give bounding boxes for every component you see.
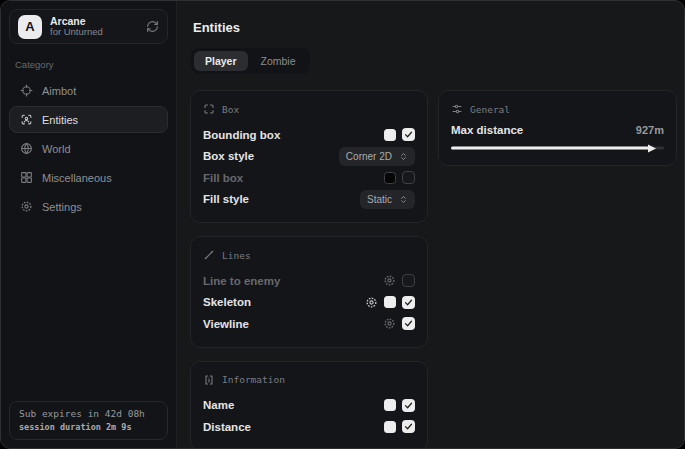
session-duration: session duration 2m 9s	[19, 422, 158, 432]
color-swatch[interactable]	[384, 129, 396, 141]
sliders-icon	[451, 103, 463, 115]
app-logo-card: A Arcane for Unturned	[9, 9, 168, 44]
distance-checkbox[interactable]	[402, 420, 415, 433]
box-style-dropdown[interactable]: Corner 2D	[339, 147, 415, 166]
entity-tabs: Player Zombie	[191, 48, 310, 74]
setting-row-line-to-enemy: Line to enemy	[203, 270, 415, 292]
color-swatch[interactable]	[384, 296, 396, 308]
app-window: A Arcane for Unturned Category Aimbot	[0, 0, 685, 449]
chevrons-up-down-icon	[399, 152, 408, 161]
sidebar-item-label: Miscellaneous	[42, 172, 112, 184]
page-title: Entities	[193, 20, 677, 35]
gear-icon	[20, 200, 33, 213]
card-title: General	[470, 104, 510, 115]
refresh-icon[interactable]	[146, 20, 159, 33]
line-to-enemy-checkbox[interactable]	[402, 274, 415, 287]
sidebar-item-label: Entities	[42, 114, 78, 126]
scan-corners-icon	[203, 103, 215, 115]
subscription-card: Sub expires in 42d 08h session duration …	[9, 401, 168, 440]
name-checkbox[interactable]	[402, 399, 415, 412]
setting-row-max-distance: Max distance 927m	[451, 124, 664, 136]
box-card: Box Bounding box Box style	[190, 90, 428, 223]
sidebar-item-aimbot[interactable]: Aimbot	[9, 77, 168, 104]
setting-row-distance: Distance	[203, 416, 415, 438]
color-swatch[interactable]	[384, 399, 396, 411]
app-logo: A	[18, 15, 42, 39]
category-label: Category	[15, 59, 162, 70]
sidebar-nav: Aimbot Entities World Miscellaneous	[9, 77, 168, 220]
sidebar-item-label: World	[42, 143, 71, 155]
card-title: Information	[222, 374, 285, 385]
color-swatch[interactable]	[384, 172, 396, 184]
setting-row-viewline: Viewline	[203, 313, 415, 335]
setting-row-box-style: Box style Corner 2D	[203, 146, 415, 168]
tab-player[interactable]: Player	[194, 51, 248, 71]
subscription-expiry: Sub expires in 42d 08h	[19, 408, 158, 419]
max-distance-slider[interactable]	[451, 143, 664, 153]
globe-icon	[20, 142, 33, 155]
information-card: Information Name Distance	[190, 361, 428, 449]
sidebar-item-world[interactable]: World	[9, 135, 168, 162]
sidebar-item-entities[interactable]: Entities	[9, 106, 168, 133]
chevrons-up-down-icon	[399, 195, 408, 204]
viewline-checkbox[interactable]	[402, 317, 415, 330]
setting-row-fill-box: Fill box	[203, 167, 415, 189]
skeleton-checkbox[interactable]	[402, 296, 415, 309]
card-title: Box	[222, 104, 239, 115]
sidebar-item-label: Aimbot	[42, 85, 76, 97]
fill-box-checkbox[interactable]	[402, 171, 415, 184]
scan-person-icon	[20, 113, 33, 126]
app-subtitle: for Unturned	[50, 27, 103, 38]
lines-card: Lines Line to enemy Skeleton	[190, 236, 428, 348]
gear-icon[interactable]	[383, 274, 396, 287]
general-card: General Max distance 927m	[438, 90, 677, 166]
info-brackets-icon	[203, 374, 215, 386]
tab-zombie[interactable]: Zombie	[250, 51, 307, 71]
max-distance-value: 927m	[636, 124, 664, 136]
crosshair-icon	[20, 84, 33, 97]
slider-fill-and-thumb[interactable]	[451, 147, 649, 150]
gear-icon[interactable]	[365, 296, 378, 309]
bounding-box-checkbox[interactable]	[402, 128, 415, 141]
card-title: Lines	[222, 250, 251, 261]
setting-row-bounding-box: Bounding box	[203, 124, 415, 146]
setting-row-name: Name	[203, 395, 415, 417]
color-swatch[interactable]	[384, 421, 396, 433]
sidebar: A Arcane for Unturned Category Aimbot	[1, 1, 177, 448]
gear-icon[interactable]	[383, 317, 396, 330]
diagonal-line-icon	[203, 249, 215, 261]
grid-icon	[20, 171, 33, 184]
fill-style-dropdown[interactable]: Static	[360, 190, 415, 209]
main-content: Entities Player Zombie Box Bounding box	[177, 1, 685, 448]
setting-row-skeleton: Skeleton	[203, 292, 415, 314]
setting-row-fill-style: Fill style Static	[203, 189, 415, 211]
sidebar-item-miscellaneous[interactable]: Miscellaneous	[9, 164, 168, 191]
sidebar-item-label: Settings	[42, 201, 82, 213]
sidebar-item-settings[interactable]: Settings	[9, 193, 168, 220]
